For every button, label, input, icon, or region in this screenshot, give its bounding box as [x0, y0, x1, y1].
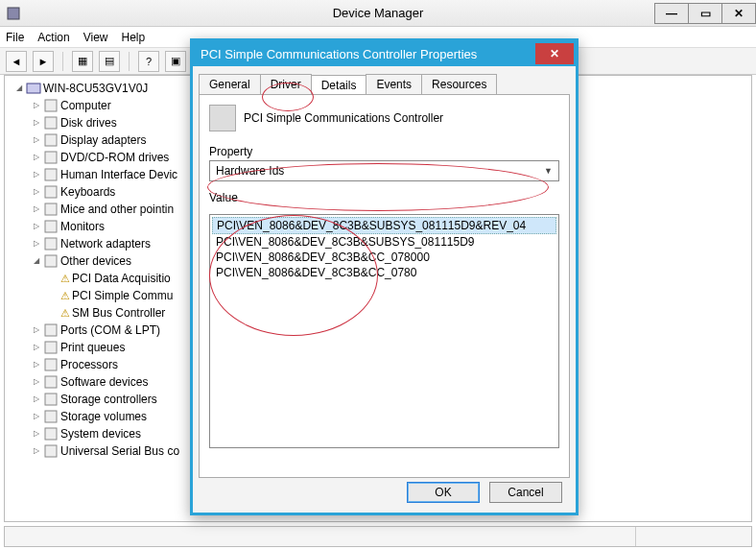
- property-combo-value: Hardware Ids: [216, 164, 284, 178]
- tab-general[interactable]: General: [199, 74, 261, 94]
- menu-help[interactable]: Help: [122, 31, 146, 44]
- cancel-button[interactable]: Cancel: [489, 482, 562, 503]
- svg-rect-7: [45, 186, 57, 198]
- svg-rect-9: [45, 221, 57, 232]
- svg-rect-6: [45, 169, 57, 180]
- minimize-button[interactable]: —: [654, 3, 689, 24]
- value-item[interactable]: PCI\VEN_8086&DEV_8C3B&SUBSYS_081115D9: [212, 234, 556, 250]
- properties-dialog: PCI Simple Communications Controller Pro…: [190, 38, 579, 515]
- window-title: Device Manager: [333, 6, 424, 20]
- titlebar: Device Manager — ▭ ✕: [0, 0, 756, 27]
- close-button[interactable]: ✕: [721, 3, 756, 24]
- svg-rect-18: [45, 428, 57, 440]
- forward-button[interactable]: ►: [33, 51, 54, 72]
- svg-rect-15: [45, 376, 57, 388]
- svg-rect-3: [45, 117, 57, 129]
- tab-details[interactable]: Details: [311, 75, 367, 95]
- dialog-title: PCI Simple Communications Controller Pro…: [193, 41, 576, 66]
- svg-rect-12: [45, 324, 57, 336]
- svg-rect-1: [27, 84, 40, 93]
- svg-rect-0: [8, 8, 19, 19]
- tab-body: PCI Simple Communications Controller Pro…: [199, 94, 570, 478]
- svg-rect-5: [45, 152, 57, 163]
- ok-button[interactable]: OK: [407, 482, 480, 503]
- help-button[interactable]: ?: [138, 51, 159, 72]
- svg-rect-19: [45, 445, 57, 457]
- svg-rect-10: [45, 238, 57, 250]
- tab-resources[interactable]: Resources: [421, 74, 497, 94]
- statusbar: [4, 526, 752, 547]
- svg-rect-17: [45, 411, 57, 422]
- show-hidden-button[interactable]: ▦: [72, 51, 93, 72]
- menu-view[interactable]: View: [83, 31, 108, 44]
- back-button[interactable]: ◄: [6, 51, 27, 72]
- device-name: PCI Simple Communications Controller: [244, 111, 443, 125]
- dialog-tabs: General Driver Details Events Resources: [199, 74, 570, 94]
- value-listbox[interactable]: PCI\VEN_8086&DEV_8C3B&SUBSYS_081115D9&RE…: [209, 214, 559, 448]
- svg-rect-2: [45, 100, 57, 111]
- property-label: Property: [209, 145, 559, 158]
- menu-action[interactable]: Action: [37, 31, 69, 44]
- svg-rect-16: [45, 394, 57, 405]
- tab-events[interactable]: Events: [366, 74, 422, 94]
- svg-rect-8: [45, 203, 57, 215]
- list-button[interactable]: ▤: [99, 51, 120, 72]
- scan-button[interactable]: ▣: [165, 51, 186, 72]
- value-item[interactable]: PCI\VEN_8086&DEV_8C3B&CC_0780: [212, 265, 556, 280]
- tab-driver[interactable]: Driver: [260, 74, 312, 94]
- value-item[interactable]: PCI\VEN_8086&DEV_8C3B&CC_078000: [212, 250, 556, 265]
- device-icon: [209, 105, 236, 131]
- app-icon: [6, 6, 21, 21]
- property-combo[interactable]: Hardware Ids ▼: [209, 160, 559, 181]
- svg-rect-11: [45, 255, 57, 267]
- dialog-close-button[interactable]: ✕: [535, 43, 574, 64]
- svg-rect-4: [45, 134, 57, 146]
- chevron-down-icon: ▼: [544, 166, 553, 176]
- svg-rect-14: [45, 359, 57, 370]
- svg-rect-13: [45, 342, 57, 353]
- menu-file[interactable]: File: [6, 31, 24, 44]
- value-label: Value: [209, 191, 559, 204]
- maximize-button[interactable]: ▭: [688, 3, 722, 24]
- value-item[interactable]: PCI\VEN_8086&DEV_8C3B&SUBSYS_081115D9&RE…: [212, 217, 556, 234]
